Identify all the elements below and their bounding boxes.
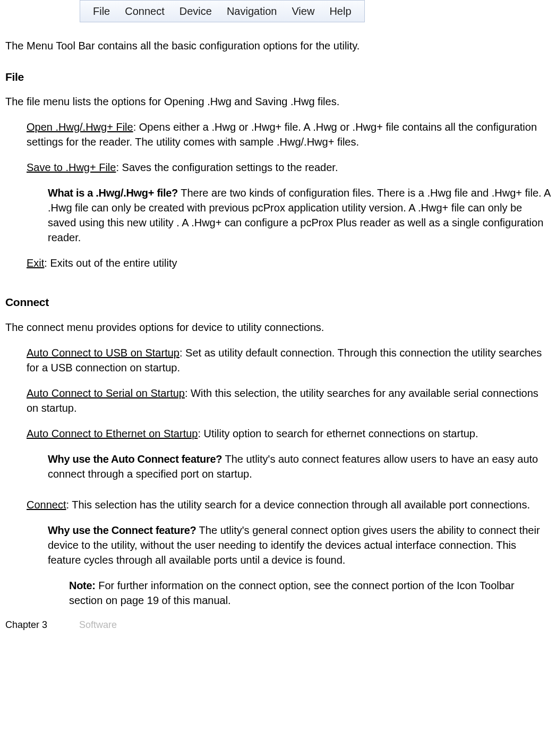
save-term: Save to .Hwg+ File — [27, 162, 116, 173]
menu-device[interactable]: Device — [172, 3, 219, 20]
open-term: Open .Hwg/.Hwg+ File — [27, 121, 133, 133]
note-label: Note: — [69, 580, 96, 591]
menu-toolbar: File Connect Device Navigation View Help — [80, 0, 365, 22]
menu-view[interactable]: View — [284, 3, 322, 20]
why-connect: Why use the Connect feature? The utlity'… — [48, 523, 551, 567]
file-open: Open .Hwg/.Hwg+ File: Opens either a .Hw… — [27, 120, 551, 149]
exit-term: Exit — [27, 257, 44, 269]
eth-body: : Utility option to search for ethernet … — [198, 428, 478, 439]
connect-usb: Auto Connect to USB on Startup: Set as u… — [27, 345, 551, 375]
file-exit: Exit: Exits out of the entire utility — [27, 256, 551, 270]
connect-heading: Connect — [5, 294, 551, 310]
why-auto: Why use the Auto Connect feature? The ut… — [48, 452, 551, 481]
menu-file[interactable]: File — [85, 3, 117, 20]
why-connect-question: Why use the Connect feature? — [48, 524, 196, 536]
connect-body: : This selection has the utility search … — [66, 499, 530, 511]
note-body: For further information on the connect o… — [69, 580, 515, 606]
connect-term: Connect — [27, 499, 66, 511]
file-save: Save to .Hwg+ File: Saves the configurat… — [27, 160, 551, 175]
why-auto-question: Why use the Auto Connect feature? — [48, 453, 222, 465]
what-question: What is a .Hwg/.Hwg+ file? — [48, 187, 178, 199]
menu-connect[interactable]: Connect — [117, 3, 172, 20]
serial-term: Auto Connect to Serial on Startup — [27, 387, 185, 399]
file-desc: The file menu lists the options for Open… — [5, 94, 551, 109]
menu-navigation[interactable]: Navigation — [219, 3, 285, 20]
usb-term: Auto Connect to USB on Startup — [27, 347, 179, 359]
connect-serial: Auto Connect to Serial on Startup: With … — [27, 386, 551, 415]
exit-body: : Exits out of the entire utility — [44, 257, 177, 269]
connect-item: Connect: This selection has the utility … — [27, 497, 551, 512]
menu-help[interactable]: Help — [322, 3, 358, 20]
intro-text: The Menu Tool Bar contains all the basic… — [5, 38, 551, 53]
file-heading: File — [5, 69, 551, 84]
footer-section: Software — [79, 619, 117, 630]
footer-chapter: Chapter 3 — [5, 619, 47, 630]
connect-desc: The connect menu provides options for de… — [5, 320, 551, 335]
save-body: : Saves the configuration settings to th… — [116, 162, 338, 173]
page-footer: Chapter 3Software — [5, 618, 551, 632]
menubar-screenshot: File Connect Device Navigation View Help — [80, 0, 551, 22]
file-what: What is a .Hwg/.Hwg+ file? There are two… — [48, 185, 551, 245]
connect-ethernet: Auto Connect to Ethernet on Startup: Uti… — [27, 426, 551, 441]
eth-term: Auto Connect to Ethernet on Startup — [27, 428, 198, 439]
connect-note: Note: For further information on the con… — [69, 578, 551, 608]
